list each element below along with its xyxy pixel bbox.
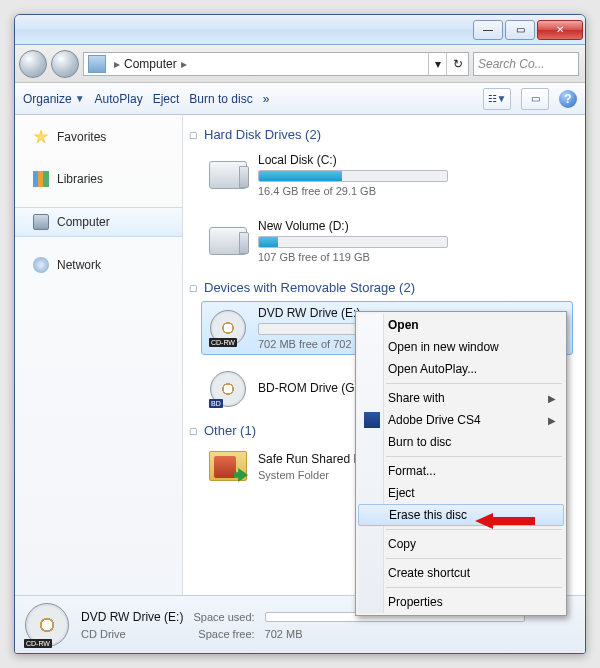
menu-item-open-autoplay[interactable]: Open AutoPlay... [358,358,564,380]
maximize-button[interactable]: ▭ [505,20,535,40]
window-controls: — ▭ ✕ [473,20,583,40]
disc-icon: BD [210,371,246,407]
back-button[interactable] [19,50,47,78]
burn-button[interactable]: Burn to disc [189,92,252,106]
address-bar[interactable]: ▸ Computer ▸ ▾ ↻ [83,52,469,76]
libraries-icon [33,171,49,187]
collapse-icon: ▢ [189,130,198,140]
details-title: DVD RW Drive (E:) [81,610,183,624]
breadcrumb-sep-icon: ▸ [110,57,124,71]
star-icon [33,129,49,145]
overflow-button[interactable]: » [263,92,270,106]
menu-item-open[interactable]: Open [358,314,564,336]
search-placeholder: Search Co... [478,57,545,71]
sidebar-item-computer[interactable]: Computer [15,207,182,237]
hdd-icon [209,161,247,189]
preview-pane-button[interactable]: ▭ [521,88,549,110]
adobe-icon [364,412,380,428]
space-free-value: 702 MB [265,628,575,640]
nav-pane: Favorites Libraries Computer Network [15,115,183,595]
space-bar [258,170,448,182]
computer-icon [33,214,49,230]
disc-icon: CD-RW [210,310,246,346]
drive-c[interactable]: Local Disk (C:) 16.4 GB free of 29.1 GB [201,148,573,202]
collapse-icon: ▢ [189,426,198,436]
search-input[interactable]: Search Co... [473,52,579,76]
navbar: ▸ Computer ▸ ▾ ↻ Search Co... [15,45,585,83]
breadcrumb-location[interactable]: Computer [124,57,177,71]
sidebar-item-libraries[interactable]: Libraries [15,165,182,193]
help-button[interactable]: ? [559,90,577,108]
menu-item-create-shortcut[interactable]: Create shortcut [358,562,564,584]
menu-item-open-in-new-window[interactable]: Open in new window [358,336,564,358]
space-bar [258,236,448,248]
command-bar: Organize ▼ AutoPlay Eject Burn to disc »… [15,83,585,115]
menu-item-erase-this-disc[interactable]: Erase this disc [358,504,564,526]
menu-item-eject[interactable]: Eject [358,482,564,504]
address-dropdown-button[interactable]: ▾ [428,53,446,75]
close-button[interactable]: ✕ [537,20,583,40]
menu-item-burn-to-disc[interactable]: Burn to disc [358,431,564,453]
submenu-arrow-icon: ▶ [548,393,556,404]
menu-item-share-with[interactable]: Share with▶ [358,387,564,409]
hdd-icon [209,227,247,255]
refresh-button[interactable]: ↻ [446,53,468,75]
menu-item-adobe-drive-cs4[interactable]: Adobe Drive CS4▶ [358,409,564,431]
collapse-icon: ▢ [189,283,198,293]
space-used-label: Space used: [193,611,254,623]
breadcrumb-sep-icon: ▸ [177,57,191,71]
organize-menu[interactable]: Organize ▼ [23,92,85,106]
group-hdd[interactable]: ▢ Hard Disk Drives (2) [189,127,573,142]
disc-icon: CD-RW [25,603,69,647]
minimize-button[interactable]: — [473,20,503,40]
network-icon [33,257,49,273]
autoplay-button[interactable]: AutoPlay [95,92,143,106]
explorer-window: — ▭ ✕ ▸ Computer ▸ ▾ ↻ Search Co... Orga… [14,14,586,654]
folder-icon [209,451,247,481]
group-removable[interactable]: ▢ Devices with Removable Storage (2) [189,280,573,295]
titlebar: — ▭ ✕ [15,15,585,45]
computer-icon [88,55,106,73]
submenu-arrow-icon: ▶ [548,415,556,426]
menu-item-format[interactable]: Format... [358,460,564,482]
sidebar-item-favorites[interactable]: Favorites [15,123,182,151]
context-menu: OpenOpen in new windowOpen AutoPlay...Sh… [355,311,567,616]
menu-item-copy[interactable]: Copy [358,533,564,555]
details-sub: CD Drive [81,628,183,640]
eject-button[interactable]: Eject [153,92,180,106]
sidebar-item-network[interactable]: Network [15,251,182,279]
space-free-label: Space free: [193,628,254,640]
drive-d[interactable]: New Volume (D:) 107 GB free of 119 GB [201,214,573,268]
forward-button[interactable] [51,50,79,78]
view-mode-button[interactable]: ☷ ▼ [483,88,511,110]
chevron-down-icon: ▼ [75,93,85,104]
menu-item-properties[interactable]: Properties [358,591,564,613]
